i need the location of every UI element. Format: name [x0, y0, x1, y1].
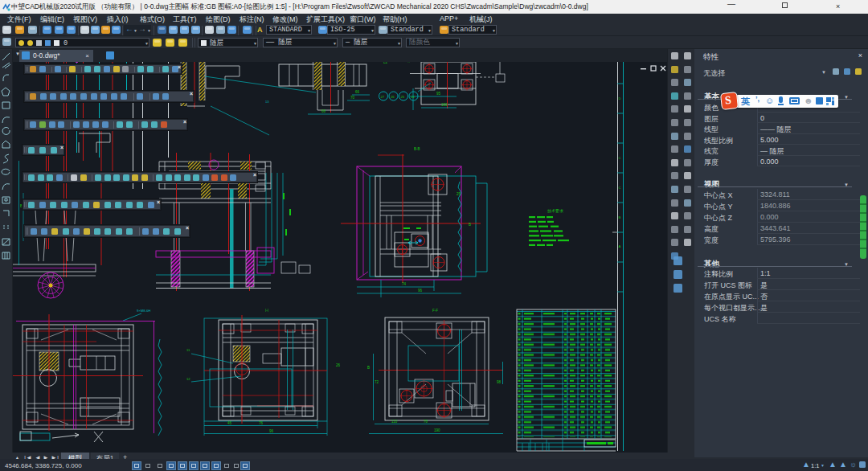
- svg-text:技术要求: 技术要求: [547, 208, 563, 214]
- svg-text:26: 26: [391, 95, 395, 99]
- svg-text:110: 110: [391, 420, 398, 424]
- svg-text:B: B: [469, 223, 471, 227]
- svg-text:25: 25: [401, 95, 405, 99]
- svg-text:D: D: [619, 96, 621, 100]
- svg-text:13: 13: [265, 100, 269, 104]
- svg-text:96: 96: [418, 289, 423, 293]
- svg-text:74: 74: [402, 282, 407, 286]
- svg-text:72: 72: [375, 380, 379, 384]
- svg-text:190: 190: [434, 428, 440, 432]
- svg-text:25: 25: [457, 192, 461, 196]
- svg-text:C: C: [619, 186, 621, 190]
- svg-text:··: ··: [407, 62, 410, 64]
- svg-text:98: 98: [497, 380, 502, 384]
- svg-text:9×M8-6H: 9×M8-6H: [137, 309, 150, 313]
- svg-text:24: 24: [411, 95, 415, 99]
- svg-text:L2: L2: [383, 62, 388, 64]
- svg-text:95: 95: [436, 92, 441, 96]
- svg-text:A: A: [619, 244, 621, 248]
- svg-text:70: 70: [350, 96, 355, 100]
- svg-text:27: 27: [381, 95, 385, 99]
- svg-text:B: B: [367, 366, 370, 370]
- svg-text:68: 68: [321, 109, 326, 113]
- svg-text:12: 12: [186, 377, 190, 381]
- svg-text:76: 76: [259, 421, 264, 425]
- svg-text:66: 66: [355, 90, 360, 94]
- svg-text:11: 11: [186, 348, 190, 352]
- svg-text:78: 78: [424, 420, 428, 424]
- svg-text:B-B: B-B: [414, 147, 420, 151]
- svg-text:190: 190: [441, 103, 448, 107]
- svg-text:96: 96: [269, 429, 274, 433]
- svg-text:B: B: [619, 215, 621, 219]
- svg-text:I-I: I-I: [265, 309, 268, 313]
- svg-text:45: 45: [227, 421, 232, 425]
- svg-text:26: 26: [336, 363, 341, 367]
- svg-text:C: C: [619, 156, 621, 160]
- svg-text:F-F: F-F: [432, 309, 438, 313]
